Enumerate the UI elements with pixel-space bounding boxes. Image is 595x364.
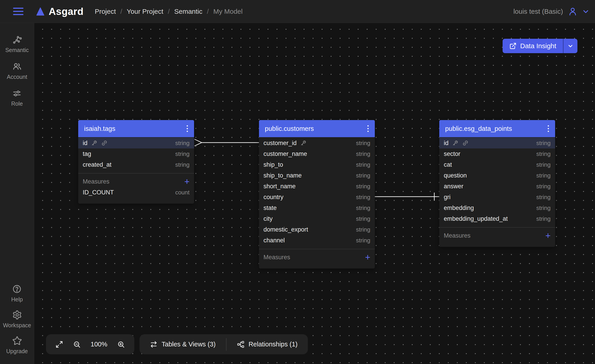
field-type: string xyxy=(536,172,551,179)
expand-icon xyxy=(56,341,63,348)
field-row-created_at[interactable]: created_atstring xyxy=(78,159,194,170)
field-name: answer xyxy=(444,183,463,190)
field-type: string xyxy=(356,237,370,244)
field-row-country[interactable]: countrystring xyxy=(259,192,375,203)
diagram-canvas[interactable]: Data Insight isaiah.tags idstringtagstri… xyxy=(34,23,595,364)
top-bar: Asgard Project / Your Project / Semantic… xyxy=(0,0,595,23)
sidebar-item-workspace[interactable]: Workspace xyxy=(3,310,31,329)
field-row-cat[interactable]: catstring xyxy=(439,159,555,170)
sidebar-label: Workspace xyxy=(3,322,31,329)
field-type: string xyxy=(536,161,551,168)
field-type: string xyxy=(356,172,370,179)
field-row-channel[interactable]: channelstring xyxy=(259,235,375,246)
field-type: string xyxy=(356,226,370,233)
user-menu[interactable]: louis test (Basic) xyxy=(513,7,589,16)
field-row-id[interactable]: idstring xyxy=(78,138,194,148)
data-insight-dropdown[interactable] xyxy=(563,39,577,53)
field-name: embedding_updated_at xyxy=(444,215,508,222)
transfer-arrows-icon xyxy=(150,341,157,348)
field-row-customer_id[interactable]: customer_idstring xyxy=(259,138,375,148)
sidebar-item-role[interactable]: Role xyxy=(11,88,23,107)
breadcrumb-project[interactable]: Project xyxy=(95,8,116,15)
user-avatar-icon[interactable] xyxy=(568,7,577,16)
fit-view-button[interactable] xyxy=(56,341,63,348)
table-title: isaiah.tags xyxy=(84,125,115,133)
relationship-tags-customers[interactable] xyxy=(194,139,259,146)
fields-list: customer_idstringcustomer_namestringship… xyxy=(259,137,375,246)
field-row-id[interactable]: idstring xyxy=(439,138,555,148)
zoom-out-button[interactable] xyxy=(73,341,81,348)
field-row-question[interactable]: questionstring xyxy=(439,170,555,181)
field-type: string xyxy=(356,215,370,222)
field-row-state[interactable]: statestring xyxy=(259,203,375,213)
sidebar-item-upgrade[interactable]: Upgrade xyxy=(6,336,28,355)
add-measure-button[interactable]: + xyxy=(184,177,190,186)
table-card-header[interactable]: public.customers xyxy=(259,120,375,137)
primary-key-icon xyxy=(300,140,307,147)
add-measure-button[interactable]: + xyxy=(545,231,551,240)
field-type: string xyxy=(356,204,370,211)
field-name: state xyxy=(263,204,277,211)
field-row-city[interactable]: citystring xyxy=(259,213,375,224)
field-name: country xyxy=(263,194,283,201)
zoom-out-icon xyxy=(73,341,81,348)
breadcrumb-semantic[interactable]: Semantic xyxy=(174,8,202,15)
field-row-short_name[interactable]: short_namestring xyxy=(259,181,375,192)
tables-views-label: Tables & Views (3) xyxy=(162,341,216,348)
field-row-embedding_updated_at[interactable]: embedding_updated_atstring xyxy=(439,213,555,224)
primary-key-icon xyxy=(452,140,459,147)
chevron-down-icon[interactable] xyxy=(582,8,589,15)
breadcrumb-separator: / xyxy=(120,8,122,15)
breadcrumb-your-project[interactable]: Your Project xyxy=(127,8,163,15)
field-type: string xyxy=(356,140,370,147)
table-card-public-esg-data-points[interactable]: public.esg_data_points idstringsectorstr… xyxy=(439,120,555,247)
table-title: public.customers xyxy=(265,125,314,133)
table-card-header[interactable]: public.esg_data_points xyxy=(439,120,555,137)
field-row-embedding[interactable]: embeddingstring xyxy=(439,203,555,213)
field-name: city xyxy=(263,215,273,222)
add-measure-button[interactable]: + xyxy=(365,253,370,262)
field-name: embedding xyxy=(444,204,474,211)
field-row-ship_to_name[interactable]: ship_to_namestring xyxy=(259,170,375,181)
field-row-customer_name[interactable]: customer_namestring xyxy=(259,148,375,159)
data-insight-label: Data Insight xyxy=(520,42,556,50)
kebab-menu-icon[interactable] xyxy=(367,125,369,133)
crow-foot-many-marker xyxy=(194,139,202,146)
sidebar-label: Upgrade xyxy=(6,348,28,355)
data-insight-button[interactable]: Data Insight xyxy=(503,39,577,53)
kebab-menu-icon[interactable] xyxy=(186,125,188,133)
measure-row-ID_COUNT[interactable]: ID_COUNTcount xyxy=(78,187,194,198)
field-row-gri[interactable]: gristring xyxy=(439,192,555,203)
link-icon xyxy=(462,140,469,147)
link-icon xyxy=(101,140,108,147)
relationships-tab[interactable]: Relationships (1) xyxy=(227,341,308,348)
measures-label: Measures xyxy=(83,178,110,185)
sidebar-item-account[interactable]: Account xyxy=(7,62,27,80)
measures-label: Measures xyxy=(444,232,471,239)
fields-list: idstringtagstringcreated_atstring xyxy=(78,137,194,170)
table-card-isaiah-tags[interactable]: isaiah.tags idstringtagstringcreated_ats… xyxy=(78,120,194,204)
table-card-header[interactable]: isaiah.tags xyxy=(78,120,194,137)
kebab-menu-icon[interactable] xyxy=(547,125,549,133)
bottom-tabs: Tables & Views (3) Relationships (1) xyxy=(140,334,308,354)
primary-key-icon xyxy=(91,140,98,147)
hamburger-menu-icon[interactable] xyxy=(13,8,23,15)
sidebar-item-semantic[interactable]: Semantic xyxy=(5,35,29,53)
zoom-in-button[interactable] xyxy=(117,341,125,348)
measures-section: Measures+ID_COUNTcount xyxy=(78,173,194,204)
tables-views-tab[interactable]: Tables & Views (3) xyxy=(140,341,226,348)
field-row-tag[interactable]: tagstring xyxy=(78,148,194,159)
relationship-customers-esg[interactable] xyxy=(375,193,439,201)
field-type: string xyxy=(356,150,370,157)
data-insight-main[interactable]: Data Insight xyxy=(503,39,563,53)
gear-icon xyxy=(12,310,22,320)
field-name: customer_id xyxy=(263,140,297,147)
table-card-public-customers[interactable]: public.customers customer_idstringcustom… xyxy=(259,120,375,268)
field-row-answer[interactable]: answerstring xyxy=(439,181,555,192)
app-logo[interactable]: Asgard xyxy=(35,6,84,17)
field-row-sector[interactable]: sectorstring xyxy=(439,148,555,159)
field-row-ship_to[interactable]: ship_tostring xyxy=(259,159,375,170)
graph-icon xyxy=(12,35,22,45)
field-row-domestic_export[interactable]: domestic_exportstring xyxy=(259,224,375,235)
sidebar-item-help[interactable]: Help xyxy=(11,284,23,303)
